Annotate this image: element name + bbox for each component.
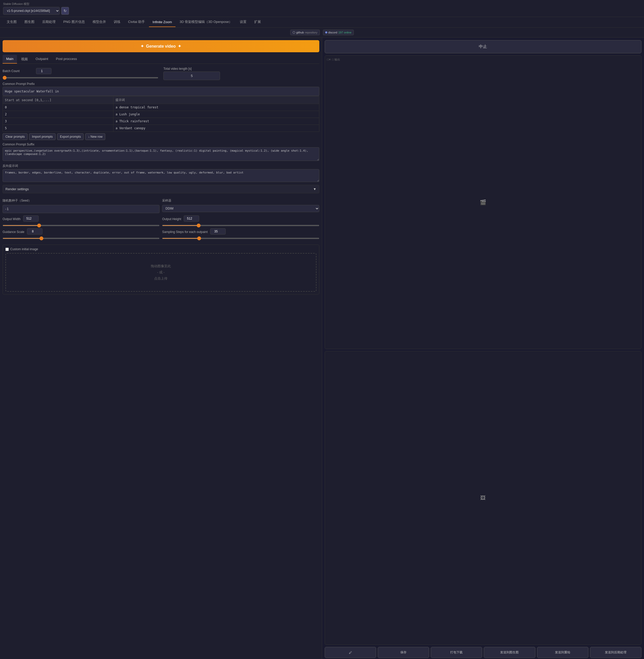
prompt-row-3: 5 a Verdant canopy <box>3 125 319 132</box>
inner-tab-video[interactable]: 视频 <box>18 55 31 64</box>
refresh-icon: ↻ <box>64 9 67 13</box>
prompts-table: Start at second [0,1,...] 提示词 0 a dense … <box>3 96 319 132</box>
download-button[interactable]: 打包下载 <box>431 647 482 658</box>
negative-prompt-label: 反向提示词 <box>3 164 319 168</box>
generate-button[interactable]: ✦ Generate video ✦ <box>3 40 319 52</box>
discord-link[interactable]: discord 197 online <box>323 29 354 35</box>
output-width-input[interactable] <box>23 216 39 222</box>
dimensions-row: Output Width Output Height <box>3 215 319 226</box>
seed-group: 随机数种子（Seed） <box>3 196 160 213</box>
tab-txt2img[interactable]: 文生图 <box>3 17 20 27</box>
tab-3d-openpose[interactable]: 3D 骨架模型编辑（3D Openpose） <box>176 17 236 27</box>
tab-civitai[interactable]: Civitai 助手 <box>124 17 148 27</box>
discord-label: discord <box>328 31 337 34</box>
seed-label: 随机数种子（Seed） <box>3 198 160 203</box>
output-image-box: 🖼 <box>325 351 642 645</box>
save-button[interactable]: 保存 <box>378 647 429 658</box>
model-select[interactable]: v1-5-pruned.ckpt [e1441589a6] <box>3 7 60 15</box>
action-buttons-row: 🖊 保存 打包下载 发送到图生图 发送到重绘 发送到后期处理 <box>325 647 642 658</box>
tab-train[interactable]: 训练 <box>110 17 124 27</box>
tab-img2img[interactable]: 图生图 <box>21 17 38 27</box>
output-width-group: Output Width <box>3 215 160 226</box>
collapse-icon: ▼ <box>313 187 317 191</box>
prompt-second-0[interactable]: 0 <box>3 104 113 111</box>
output-video-box: □✕ □ 输出 🎬 <box>325 56 642 349</box>
inner-tab-outpaint[interactable]: Outpaint <box>32 55 52 64</box>
links-bar: ⬡ github repository discord 197 online <box>0 27 644 38</box>
send-postprocess-button[interactable]: 发送到后期处理 <box>590 647 641 658</box>
guidance-scale-slider[interactable] <box>3 238 160 239</box>
output-height-group: Output Height <box>162 215 319 226</box>
prompt-text-2[interactable]: a Thick rainforest <box>113 118 319 125</box>
clear-prompts-button[interactable]: Clear prompts <box>3 133 27 140</box>
common-prompt-prefix-input[interactable] <box>3 87 319 96</box>
inner-tab-main[interactable]: Main <box>3 55 17 64</box>
guidance-scale-input[interactable] <box>27 228 43 235</box>
total-video-value: 5 <box>163 71 220 80</box>
send-repaint-button[interactable]: 发送到重绘 <box>537 647 589 658</box>
batch-count-input[interactable] <box>36 68 51 74</box>
output-height-slider[interactable] <box>162 225 319 226</box>
sampler-group: 采样器 DDIM <box>162 196 319 213</box>
render-settings-header[interactable]: Render settings ▼ <box>3 185 319 193</box>
render-settings-label: Render settings <box>5 187 29 191</box>
prompt-actions: Clear prompts Import prompts Export prom… <box>3 133 319 140</box>
tab-png-info[interactable]: PNG 图片信息 <box>60 17 89 27</box>
prompt-second-2[interactable]: 3 <box>3 118 113 125</box>
github-icon: ⬡ <box>293 31 295 34</box>
guidance-scale-group: Guidance Scale <box>3 228 160 239</box>
output-video-label: □✕ □ 输出 <box>327 58 340 62</box>
image-placeholder-icon: 🖼 <box>480 495 485 501</box>
seed-input[interactable] <box>3 205 160 213</box>
negative-prompt-input[interactable] <box>3 169 319 182</box>
prompt-text-3[interactable]: a Verdant canopy <box>113 125 319 132</box>
export-prompts-button[interactable]: Export prompts <box>57 133 84 140</box>
send-img2img-button[interactable]: 发送到图生图 <box>484 647 535 658</box>
drop-text-1: 拖动图像至此 <box>151 264 171 268</box>
batch-count-slider[interactable] <box>3 77 158 78</box>
prompt-text-1[interactable]: a Lush jungle <box>113 111 319 118</box>
sampling-steps-label: Sampling Steps for each outpaint <box>162 230 208 234</box>
main-layout: ✦ Generate video ✦ Main 视频 Outpaint Post… <box>0 38 644 659</box>
prompt-text-0[interactable]: a dense tropical forest <box>113 104 319 111</box>
left-panel: ✦ Generate video ✦ Main 视频 Outpaint Post… <box>0 38 322 659</box>
model-select-row: v1-5-pruned.ckpt [e1441589a6] ↻ <box>3 7 641 15</box>
prompt-second-3[interactable]: 5 <box>3 125 113 132</box>
model-label: Stable Diffusion 模型 <box>3 2 641 6</box>
output-height-input[interactable] <box>184 216 199 222</box>
custom-image-checkbox[interactable] <box>5 248 9 251</box>
sampling-steps-slider[interactable] <box>162 238 319 239</box>
table-col-prompt: 提示词 <box>113 96 319 104</box>
tab-model-merge[interactable]: 模型合并 <box>89 17 110 27</box>
batch-count-label: Batch Count <box>3 69 33 73</box>
edit-button[interactable]: 🖊 <box>325 647 376 658</box>
output-width-label: Output Width <box>3 217 21 221</box>
import-prompts-button[interactable]: Import prompts <box>29 133 55 140</box>
output-width-slider[interactable] <box>3 225 160 226</box>
tab-infinite-zoom[interactable]: Infinite Zoom <box>149 18 176 27</box>
refresh-button[interactable]: ↻ <box>61 7 69 15</box>
tab-postprocessing[interactable]: 后期处理 <box>39 17 59 27</box>
common-prompt-suffix-label: Common Prompt Suffix <box>3 142 319 146</box>
generate-label: Generate video <box>146 44 176 49</box>
common-prompt-prefix-label: Common Prompt Prefix <box>3 82 319 86</box>
drop-zone[interactable]: 拖动图像至此 - 或 - 点击上传 <box>5 253 317 292</box>
nav-tabs: 文生图 图生图 后期处理 PNG 图片信息 模型合并 训练 Civitai 助手… <box>0 17 644 27</box>
tab-settings[interactable]: 设置 <box>236 17 250 27</box>
total-video-label: Total video length [s] <box>163 67 194 70</box>
new-row-button[interactable]: ↓ New row <box>85 133 105 140</box>
github-link[interactable]: ⬡ github repository <box>290 29 320 35</box>
discord-dot <box>325 31 327 34</box>
stop-button[interactable]: 中止 <box>325 40 642 53</box>
common-prompt-suffix-input[interactable] <box>3 147 319 161</box>
prompt-second-1[interactable]: 2 <box>3 111 113 118</box>
sampling-steps-input[interactable] <box>210 228 226 235</box>
custom-image-section: Custom initial image 拖动图像至此 - 或 - 点击上传 <box>3 245 319 294</box>
inner-tab-postprocess[interactable]: Post proccess <box>52 55 80 64</box>
inner-tabs: Main 视频 Outpaint Post proccess <box>3 55 319 64</box>
custom-image-label: Custom initial image <box>10 247 38 251</box>
tab-extensions[interactable]: 扩展 <box>251 17 264 27</box>
seed-sampler-row: 随机数种子（Seed） 采样器 DDIM <box>3 196 319 213</box>
sampler-select[interactable]: DDIM <box>162 205 319 212</box>
generate-icon-right: ✦ <box>178 44 181 49</box>
